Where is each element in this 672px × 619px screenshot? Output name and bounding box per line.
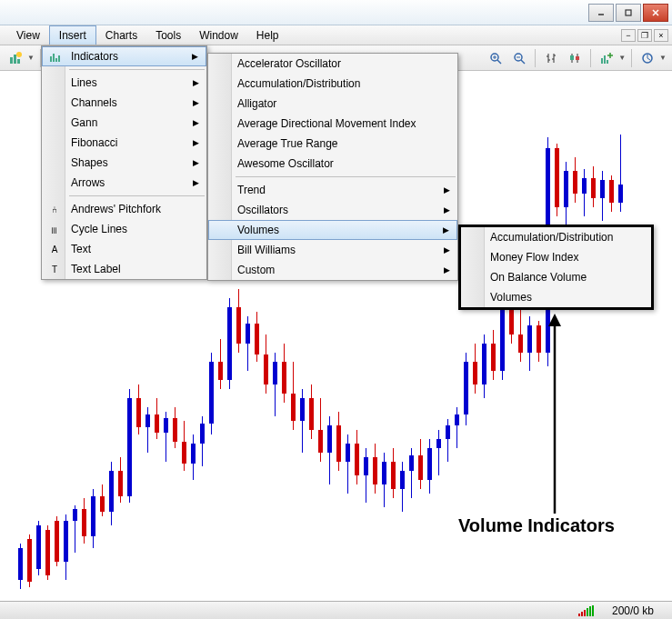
menu-charts[interactable]: Charts (96, 25, 146, 45)
cycle-lines-icon: ⫼ (47, 222, 62, 236)
menu-label: Text Label (71, 263, 121, 275)
submenu-arrow-icon: ▶ (443, 225, 449, 235)
menu-separator (69, 195, 205, 196)
menu-label: Shapes (71, 156, 108, 169)
svg-rect-35 (55, 58, 57, 62)
menu-separator (69, 69, 205, 70)
svg-rect-34 (53, 54, 55, 62)
submenu-arrow-icon: ▶ (193, 118, 199, 127)
svg-rect-6 (17, 59, 20, 64)
menu-label: Indicators (71, 50, 118, 63)
menu-item-andrews-pitchfork[interactable]: ⑃Andrews' Pitchfork (42, 199, 206, 219)
menu-item-arrows[interactable]: Arrows▶ (42, 173, 206, 193)
toolbar-new-chart-icon[interactable] (5, 48, 25, 68)
menu-label: Channels (71, 96, 117, 109)
menu-item-shapes[interactable]: Shapes▶ (42, 153, 206, 173)
svg-rect-1 (626, 10, 631, 15)
menu-item-custom[interactable]: Custom▶ (208, 260, 457, 280)
menu-item-alligator[interactable]: Alligator (208, 94, 457, 114)
toolbar-dropdown-arrow-icon[interactable]: ▼ (659, 54, 667, 62)
maximize-button[interactable] (616, 4, 641, 22)
menu-item-accumulation-distribution[interactable]: Accumulation/Distribution (461, 227, 651, 247)
menu-label: Fibonacci (71, 136, 117, 149)
child-window-controls: − ❐ × (621, 25, 672, 45)
menubar: View Insert Charts Tools Window Help − ❐… (0, 25, 672, 45)
svg-rect-22 (570, 55, 574, 60)
toolbar-separator (590, 49, 591, 67)
menu-item-text-label[interactable]: TText Label (42, 259, 206, 279)
menu-item-accelerator-oscillator[interactable]: Accelerator Oscillator (208, 54, 457, 74)
menu-label: Oscillators (237, 204, 288, 216)
menu-window[interactable]: Window (190, 25, 247, 45)
indicators-icon (48, 49, 63, 64)
toolbar-dropdown-arrow-icon[interactable]: ▼ (27, 54, 35, 62)
menu-item-indicators[interactable]: Indicators ▶ (42, 46, 206, 66)
menu-separator (236, 176, 456, 177)
chart-type-candle-icon[interactable] (565, 48, 585, 68)
statusbar: 200/0 kb (0, 601, 672, 619)
annotation-arrow-icon (509, 314, 600, 523)
menu-item-gann[interactable]: Gann▶ (42, 113, 206, 133)
menu-item-atr[interactable]: Average True Range (208, 134, 457, 154)
connection-bars-icon (578, 605, 594, 616)
menu-item-awesome-oscillator[interactable]: Awesome Oscillator (208, 154, 457, 174)
zoom-in-icon[interactable] (486, 48, 506, 68)
menu-item-channels[interactable]: Channels▶ (42, 93, 206, 113)
menu-insert[interactable]: Insert (49, 25, 96, 45)
menu-item-bill-williams[interactable]: Bill Williams▶ (208, 240, 457, 260)
child-close-button[interactable]: × (654, 29, 668, 42)
chart-type-bar-icon[interactable] (541, 48, 561, 68)
menu-help[interactable]: Help (247, 25, 288, 45)
menu-label: Arrows (71, 176, 105, 189)
menu-item-cycle-lines[interactable]: ⫼Cycle Lines (42, 219, 206, 239)
child-restore-button[interactable]: ❐ (637, 29, 652, 42)
menu-label: Trend (237, 184, 266, 196)
close-button[interactable] (643, 4, 668, 22)
add-indicator-icon[interactable] (597, 48, 617, 68)
menu-view[interactable]: View (7, 25, 49, 45)
toolbar-dropdown-arrow-icon[interactable]: ▼ (618, 54, 626, 62)
status-text: 200/0 kb (612, 604, 654, 617)
dropdown-indicators: Accelerator Oscillator Accumulation/Dist… (207, 53, 458, 281)
submenu-arrow-icon: ▶ (193, 78, 199, 87)
toolbar-separator (535, 49, 536, 67)
submenu-arrow-icon: ▶ (193, 158, 199, 167)
zoom-out-icon[interactable] (509, 48, 529, 68)
menu-label: Lines (71, 76, 97, 89)
svg-rect-24 (576, 56, 579, 60)
svg-rect-26 (604, 55, 606, 64)
menu-item-trend[interactable]: Trend▶ (208, 180, 457, 200)
submenu-arrow-icon: ▶ (444, 205, 450, 215)
submenu-arrow-icon: ▶ (193, 98, 199, 107)
menu-item-lines[interactable]: Lines▶ (42, 73, 206, 93)
submenu-arrow-icon: ▶ (444, 185, 450, 195)
menu-item-fibonacci[interactable]: Fibonacci▶ (42, 133, 206, 153)
minimize-button[interactable] (588, 4, 614, 22)
menu-item-oscillators[interactable]: Oscillators▶ (208, 200, 457, 220)
menu-tools[interactable]: Tools (146, 25, 190, 45)
menu-label: Alligator (237, 97, 276, 110)
menu-label: Accelerator Oscillator (237, 57, 341, 70)
svg-rect-5 (14, 55, 16, 64)
menu-label: Average Directional Movement Index (237, 117, 416, 130)
svg-point-7 (16, 52, 22, 57)
child-minimize-button[interactable]: − (621, 29, 636, 42)
menu-item-volumes[interactable]: Volumes▶ (208, 220, 457, 240)
menu-label: Volumes (237, 224, 279, 236)
svg-rect-36 (58, 55, 60, 62)
svg-marker-38 (548, 314, 561, 326)
menu-item-text[interactable]: AText (42, 239, 206, 259)
menu-item-volumes[interactable]: Volumes (461, 287, 651, 307)
menu-item-adx[interactable]: Average Directional Movement Index (208, 114, 457, 134)
menu-label: Money Flow Index (490, 251, 578, 264)
period-icon[interactable] (637, 48, 657, 68)
window-controls (588, 4, 668, 22)
menu-label: Custom (237, 264, 275, 276)
text-label-icon: T (47, 262, 62, 276)
svg-line-13 (521, 60, 525, 64)
dropdown-insert: Indicators ▶ Lines▶ Channels▶ Gann▶ Fibo… (41, 45, 207, 280)
menu-item-on-balance-volume[interactable]: On Balance Volume (461, 267, 651, 287)
menu-item-money-flow-index[interactable]: Money Flow Index (461, 247, 651, 267)
menu-label: Gann (71, 116, 97, 129)
menu-item-accumulation-distribution[interactable]: Accumulation/Distribution (208, 74, 457, 94)
